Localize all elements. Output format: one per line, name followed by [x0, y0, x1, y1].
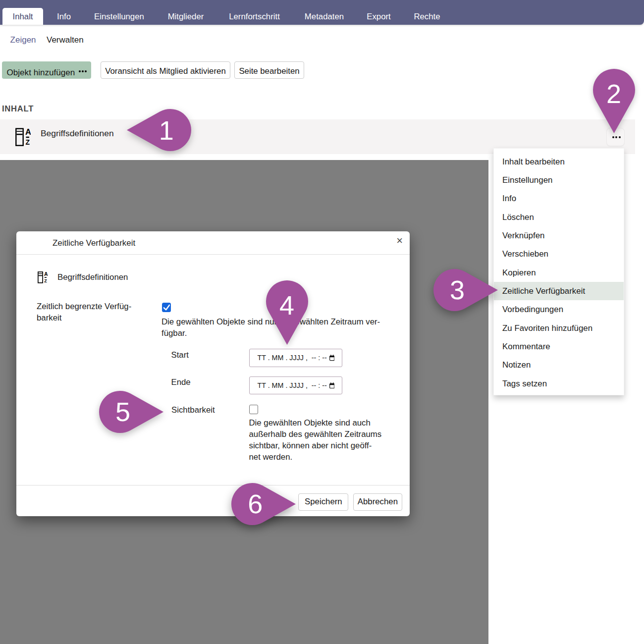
- svg-text:Z: Z: [25, 138, 30, 146]
- svg-text:A: A: [25, 127, 31, 136]
- svg-text:Z: Z: [44, 278, 47, 283]
- svg-text:A: A: [44, 271, 48, 277]
